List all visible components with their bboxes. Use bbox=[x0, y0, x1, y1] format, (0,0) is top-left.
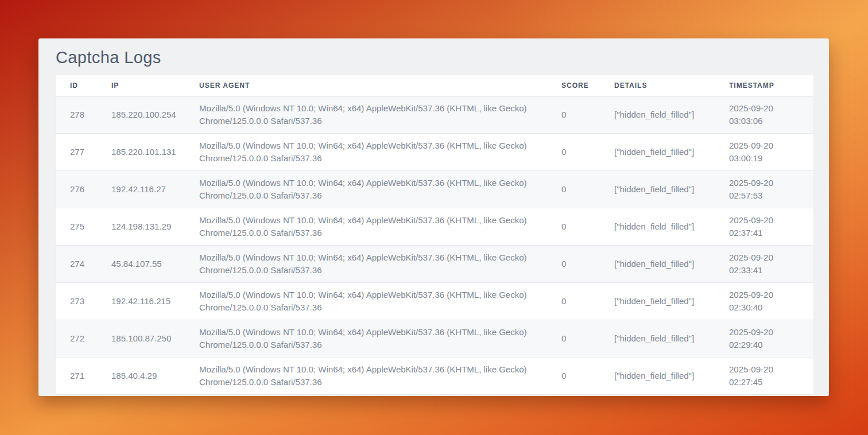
cell-timestamp: 2025-09-20 02:27:45 bbox=[715, 357, 813, 394]
table-row: 276 192.42.116.27 Mozilla/5.0 (Windows N… bbox=[56, 170, 813, 208]
cell-details: ["hidden_field_filled"] bbox=[600, 96, 715, 133]
timestamp-date: 2025-09-20 bbox=[729, 214, 808, 227]
timestamp-date: 2025-09-20 bbox=[729, 139, 808, 152]
cell-score: 0 bbox=[547, 320, 600, 357]
page-background: Captcha Logs ID IP USER AGENT SCORE bbox=[0, 0, 868, 435]
cell-user-agent: Mozilla/5.0 (Windows NT 10.0; Win64; x64… bbox=[185, 357, 547, 394]
timestamp-time: 02:30:40 bbox=[729, 301, 808, 314]
cell-score: 0 bbox=[547, 208, 600, 245]
cell-details: ["hidden_field_filled"] bbox=[600, 208, 715, 245]
cell-user-agent: Mozilla/5.0 (Windows NT 10.0; Win64; x64… bbox=[185, 208, 547, 245]
timestamp-time: 03:00:19 bbox=[729, 152, 808, 165]
cell-ip: 45.84.107.55 bbox=[97, 245, 185, 282]
cell-score: 0 bbox=[547, 170, 600, 208]
cell-id: 276 bbox=[56, 170, 97, 208]
column-header-details: DETAILS bbox=[600, 75, 715, 96]
cell-timestamp: 2025-09-20 02:57:53 bbox=[715, 170, 813, 208]
cell-ip: 185.220.101.131 bbox=[97, 133, 185, 170]
captcha-logs-table: ID IP USER AGENT SCORE DETAILS TIMESTAMP… bbox=[56, 75, 813, 394]
table-row: 271 185.40.4.29 Mozilla/5.0 (Windows NT … bbox=[56, 357, 813, 394]
timestamp-time: 02:29:40 bbox=[729, 339, 808, 351]
cell-details: ["hidden_field_filled"] bbox=[600, 170, 715, 208]
cell-details: ["hidden_field_filled"] bbox=[600, 245, 715, 282]
cell-user-agent: Mozilla/5.0 (Windows NT 10.0; Win64; x64… bbox=[185, 282, 547, 320]
cell-details: ["hidden_field_filled"] bbox=[600, 320, 715, 357]
timestamp-date: 2025-09-20 bbox=[729, 251, 808, 264]
cell-details: ["hidden_field_filled"] bbox=[600, 282, 715, 320]
cell-timestamp: 2025-09-20 02:37:41 bbox=[715, 208, 813, 245]
cell-id: 278 bbox=[56, 96, 97, 133]
column-header-id: ID bbox=[56, 75, 97, 96]
timestamp-time: 02:27:45 bbox=[729, 376, 808, 389]
cell-user-agent: Mozilla/5.0 (Windows NT 10.0; Win64; x64… bbox=[185, 245, 547, 282]
captcha-logs-card: Captcha Logs ID IP USER AGENT SCORE bbox=[38, 38, 829, 396]
cell-ip: 124.198.131.29 bbox=[97, 208, 185, 245]
cell-score: 0 bbox=[547, 133, 600, 170]
cell-timestamp: 2025-09-20 03:00:19 bbox=[715, 133, 813, 170]
timestamp-time: 03:03:06 bbox=[729, 115, 808, 127]
timestamp-date: 2025-09-20 bbox=[729, 102, 808, 115]
cell-id: 275 bbox=[56, 208, 97, 245]
cell-timestamp: 2025-09-20 02:29:40 bbox=[715, 320, 813, 357]
cell-score: 0 bbox=[547, 357, 600, 394]
page-title: Captcha Logs bbox=[38, 38, 829, 67]
cell-score: 0 bbox=[547, 245, 600, 282]
table-row: 277 185.220.101.131 Mozilla/5.0 (Windows… bbox=[56, 133, 813, 170]
cell-score: 0 bbox=[547, 96, 600, 133]
timestamp-date: 2025-09-20 bbox=[729, 363, 808, 376]
cell-timestamp: 2025-09-20 03:03:06 bbox=[715, 96, 813, 133]
table-row: 275 124.198.131.29 Mozilla/5.0 (Windows … bbox=[56, 208, 813, 245]
cell-user-agent: Mozilla/5.0 (Windows NT 10.0; Win64; x64… bbox=[185, 133, 547, 170]
table-body: 278 185.220.100.254 Mozilla/5.0 (Windows… bbox=[56, 96, 813, 394]
cell-id: 277 bbox=[56, 133, 97, 170]
table-row: 274 45.84.107.55 Mozilla/5.0 (Windows NT… bbox=[56, 245, 813, 282]
cell-score: 0 bbox=[547, 282, 600, 320]
cell-ip: 192.42.116.215 bbox=[97, 282, 185, 320]
column-header-user-agent: USER AGENT bbox=[185, 75, 547, 96]
cell-ip: 185.220.100.254 bbox=[97, 96, 185, 133]
cell-details: ["hidden_field_filled"] bbox=[600, 357, 715, 394]
cell-user-agent: Mozilla/5.0 (Windows NT 10.0; Win64; x64… bbox=[185, 320, 547, 357]
cell-user-agent: Mozilla/5.0 (Windows NT 10.0; Win64; x64… bbox=[185, 96, 547, 133]
table-row: 278 185.220.100.254 Mozilla/5.0 (Windows… bbox=[56, 96, 813, 133]
column-header-timestamp: TIMESTAMP bbox=[715, 75, 813, 96]
cell-ip: 185.100.87.250 bbox=[97, 320, 185, 357]
header-row: ID IP USER AGENT SCORE DETAILS TIMESTAMP bbox=[56, 75, 813, 96]
cell-id: 274 bbox=[56, 245, 97, 282]
table-header: ID IP USER AGENT SCORE DETAILS TIMESTAMP bbox=[56, 75, 813, 96]
column-header-score: SCORE bbox=[547, 75, 600, 96]
cell-id: 272 bbox=[56, 320, 97, 357]
cell-ip: 192.42.116.27 bbox=[97, 170, 185, 208]
cell-timestamp: 2025-09-20 02:33:41 bbox=[715, 245, 813, 282]
column-header-ip: IP bbox=[97, 75, 185, 96]
cell-user-agent: Mozilla/5.0 (Windows NT 10.0; Win64; x64… bbox=[185, 170, 547, 208]
cell-ip: 185.40.4.29 bbox=[97, 357, 185, 394]
timestamp-date: 2025-09-20 bbox=[729, 326, 808, 339]
timestamp-time: 02:37:41 bbox=[729, 227, 808, 239]
table-row: 273 192.42.116.215 Mozilla/5.0 (Windows … bbox=[56, 282, 813, 320]
logs-table-container: ID IP USER AGENT SCORE DETAILS TIMESTAMP… bbox=[56, 75, 813, 394]
timestamp-time: 02:33:41 bbox=[729, 264, 808, 277]
cell-details: ["hidden_field_filled"] bbox=[600, 133, 715, 170]
cell-id: 271 bbox=[56, 357, 97, 394]
cell-timestamp: 2025-09-20 02:30:40 bbox=[715, 282, 813, 320]
table-row: 272 185.100.87.250 Mozilla/5.0 (Windows … bbox=[56, 320, 813, 357]
cell-id: 273 bbox=[56, 282, 97, 320]
timestamp-date: 2025-09-20 bbox=[729, 289, 808, 301]
timestamp-date: 2025-09-20 bbox=[729, 177, 808, 189]
timestamp-time: 02:57:53 bbox=[729, 189, 808, 202]
